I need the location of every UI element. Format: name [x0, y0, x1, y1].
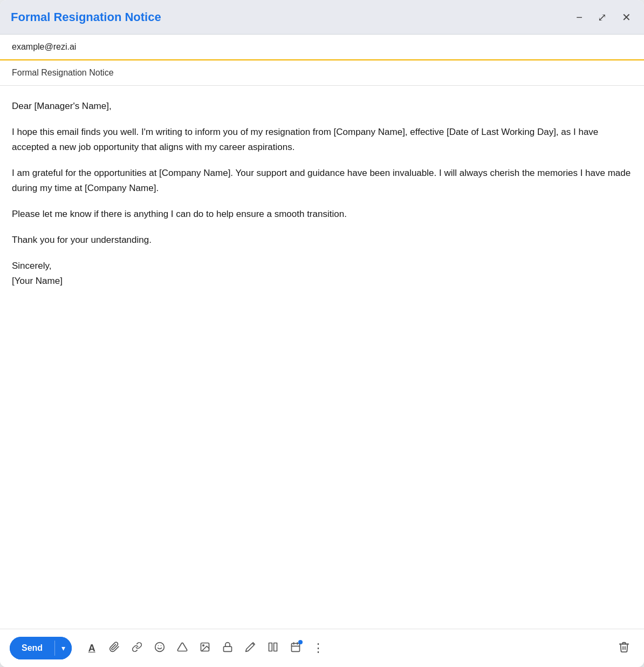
drive-icon	[177, 642, 188, 655]
paragraph1: I hope this email finds you well. I'm wr…	[12, 125, 632, 155]
email-body[interactable]: Dear [Manager's Name], I hope this email…	[0, 86, 644, 629]
subject-field-row	[0, 60, 644, 86]
link-button[interactable]	[127, 638, 147, 658]
window-controls: − ⤢ ✕	[574, 11, 633, 24]
close-button[interactable]: ✕	[620, 11, 633, 24]
trash-icon	[618, 641, 630, 656]
drive-button[interactable]	[172, 638, 193, 658]
closing: Sincerely, [Your Name]	[12, 258, 632, 289]
send-arrow-button[interactable]: ▾	[55, 637, 72, 659]
window-title: Formal Resignation Notice	[11, 10, 161, 24]
compose-toolbar: Send ▾ A	[0, 629, 644, 667]
layout-button[interactable]	[263, 638, 283, 658]
svg-rect-5	[224, 646, 232, 651]
subject-input[interactable]	[12, 68, 632, 78]
lock-icon	[222, 642, 233, 655]
to-field-row	[0, 35, 644, 60]
paragraph3: Please let me know if there is anything …	[12, 207, 632, 222]
svg-rect-8	[274, 643, 277, 651]
emoji-icon	[154, 642, 165, 655]
paragraph4: Thank you for your understanding.	[12, 233, 632, 248]
image-button[interactable]	[195, 638, 215, 658]
greeting: Dear [Manager's Name],	[12, 99, 632, 114]
minimize-button[interactable]: −	[574, 11, 585, 24]
svg-point-0	[155, 642, 165, 651]
send-button[interactable]: Send	[10, 637, 54, 659]
confidential-button[interactable]	[217, 638, 238, 658]
to-input[interactable]	[12, 42, 632, 52]
link-icon	[132, 642, 142, 655]
signature-button[interactable]	[240, 638, 261, 658]
svg-rect-9	[292, 643, 300, 651]
layout-icon	[268, 642, 278, 655]
emoji-button[interactable]	[149, 638, 170, 658]
maximize-button[interactable]: ⤢	[595, 11, 609, 24]
svg-point-4	[203, 644, 204, 646]
schedule-button[interactable]	[285, 638, 306, 658]
pencil-icon	[245, 642, 256, 655]
paragraph2: I am grateful for the opportunities at […	[12, 166, 632, 196]
attach-button[interactable]	[104, 638, 125, 658]
svg-rect-7	[269, 643, 272, 651]
more-options-button[interactable]: ⋮	[308, 638, 328, 658]
notification-dot	[298, 640, 303, 644]
attach-icon	[109, 642, 120, 655]
compose-window: Formal Resignation Notice − ⤢ ✕ Dear [Ma…	[0, 0, 644, 667]
format-text-icon: A	[88, 643, 95, 654]
more-icon: ⋮	[312, 641, 325, 655]
title-bar: Formal Resignation Notice − ⤢ ✕	[0, 0, 644, 35]
discard-button[interactable]	[614, 638, 634, 658]
send-button-group: Send ▾	[10, 637, 72, 659]
format-text-button[interactable]: A	[81, 638, 102, 658]
image-icon	[200, 642, 210, 655]
